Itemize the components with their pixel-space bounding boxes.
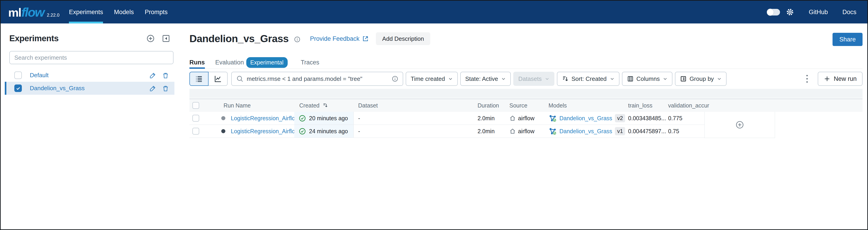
- registered-model-icon: [549, 114, 557, 122]
- delete-experiment-icon[interactable]: [162, 85, 169, 92]
- select-all-cell: [189, 99, 219, 112]
- run-finished-icon: [299, 128, 306, 135]
- experiment-list: Default Dandelion_vs_Grass: [5, 69, 175, 95]
- validation-accuracy-cell: 0.75: [666, 125, 705, 138]
- chevron-down-icon: [545, 77, 549, 81]
- run-finished-icon: [299, 115, 306, 122]
- column-header-run-name[interactable]: Run Name: [219, 99, 294, 112]
- column-header-source[interactable]: Source: [507, 99, 545, 112]
- column-header-train-loss[interactable]: train_loss: [625, 99, 666, 112]
- experiment-actions: [144, 85, 169, 92]
- run-row: LogisticRegression_Airflow 20 minutes ag…: [189, 112, 705, 125]
- nav-item-models[interactable]: Models: [114, 1, 134, 24]
- tab-traces[interactable]: Traces: [301, 56, 319, 68]
- dataset-cell: -: [353, 125, 475, 138]
- run-name-link[interactable]: LogisticRegression_Airflow: [231, 128, 299, 135]
- columns-selector[interactable]: Columns: [622, 72, 673, 86]
- source-cell: airflow: [507, 112, 545, 124]
- experiment-list-item-default[interactable]: Default: [5, 69, 175, 82]
- experiment-checkbox[interactable]: [14, 85, 22, 92]
- share-button[interactable]: Share: [833, 33, 863, 46]
- theme-toggle-knob: [767, 9, 774, 16]
- docs-link[interactable]: Docs: [842, 9, 857, 16]
- info-icon[interactable]: [294, 36, 301, 42]
- delete-experiment-icon[interactable]: [162, 72, 169, 79]
- new-run-button[interactable]: New run: [818, 72, 863, 86]
- theme-toggle[interactable]: [767, 9, 780, 16]
- datasets-filter[interactable]: Datasets: [513, 72, 554, 86]
- search-experiments-input[interactable]: [14, 54, 168, 61]
- model-version-badge: v2: [615, 114, 625, 122]
- more-options-icon[interactable]: [805, 74, 809, 84]
- models-cell: Dandelion_vs_Grass v2: [545, 112, 625, 124]
- navbar: ml flow 2.22.0 Experiments Models Prompt…: [1, 1, 867, 24]
- group-by-selector[interactable]: Group by: [675, 72, 726, 86]
- column-header-validation-accuracy[interactable]: validation_accur: [666, 99, 705, 112]
- column-header-dataset[interactable]: Dataset: [353, 99, 475, 112]
- run-name-link[interactable]: LogisticRegression_Airflow: [231, 115, 299, 122]
- provide-feedback-label: Provide Feedback: [310, 35, 360, 42]
- registered-model-icon: [549, 127, 557, 135]
- state-filter[interactable]: State: Active: [460, 72, 511, 86]
- run-status-dot: [221, 116, 225, 120]
- gear-icon[interactable]: [786, 8, 794, 16]
- runs-toolbar: Time created State: Active Datasets Sort…: [189, 72, 863, 86]
- time-created-label: Time created: [411, 76, 445, 82]
- sort-selector[interactable]: Sort: Created: [557, 72, 619, 86]
- mlflow-window: ml flow 2.22.0 Experiments Models Prompt…: [0, 0, 868, 230]
- sidebar-search-box: [9, 51, 174, 64]
- rename-experiment-icon[interactable]: [149, 72, 156, 79]
- experiment-checkbox[interactable]: [14, 71, 22, 79]
- nav-item-prompts[interactable]: Prompts: [145, 1, 167, 24]
- dataset-cell: -: [353, 112, 475, 124]
- add-column-cell[interactable]: [705, 112, 775, 138]
- runs-search-input[interactable]: [247, 76, 392, 82]
- chart-view-button[interactable]: [209, 72, 228, 86]
- row-checkbox[interactable]: [192, 115, 199, 122]
- provide-feedback-link[interactable]: Provide Feedback: [310, 35, 369, 42]
- source-value[interactable]: airflow: [518, 115, 534, 122]
- experiment-page: Dandelion_vs_Grass Provide Feedback Add …: [189, 31, 863, 138]
- datasets-filter-label: Datasets: [518, 76, 542, 82]
- experiment-name[interactable]: Default: [30, 72, 144, 79]
- github-link[interactable]: GitHub: [809, 9, 828, 16]
- column-header-created[interactable]: Created: [294, 99, 353, 112]
- time-created-filter[interactable]: Time created: [406, 72, 458, 86]
- group-by-label: Group by: [689, 76, 714, 82]
- experiments-sidebar: Experiments Default: [5, 31, 175, 95]
- model-link[interactable]: Dandelion_vs_Grass: [559, 128, 612, 135]
- column-header-duration[interactable]: Duration: [475, 99, 507, 112]
- tab-runs[interactable]: Runs: [189, 56, 205, 68]
- create-experiment-icon[interactable]: [146, 34, 155, 43]
- chevron-down-icon: [448, 77, 453, 81]
- add-description-button[interactable]: Add Description: [376, 32, 431, 45]
- collapse-sidebar-icon[interactable]: [162, 34, 170, 43]
- new-run-label: New run: [834, 76, 857, 82]
- row-select-cell: [189, 125, 219, 138]
- add-column-icon: [736, 120, 744, 129]
- duration-cell: 2.0min: [475, 125, 507, 138]
- search-info-icon[interactable]: [392, 76, 398, 82]
- mlflow-logo[interactable]: ml flow 2.22.0: [8, 5, 59, 20]
- created-header-label: Created: [299, 102, 319, 109]
- model-link[interactable]: Dandelion_vs_Grass: [559, 115, 612, 122]
- experiment-list-item-dandelion[interactable]: Dandelion_vs_Grass: [5, 82, 175, 95]
- run-status-dot: [221, 129, 225, 133]
- source-value[interactable]: airflow: [518, 128, 534, 135]
- experiment-name[interactable]: Dandelion_vs_Grass: [30, 85, 144, 92]
- duration-cell: 2.0min: [475, 112, 507, 124]
- train-loss-cell: 0.004475897...: [625, 125, 666, 138]
- select-all-checkbox[interactable]: [192, 102, 199, 109]
- tab-evaluation[interactable]: Evaluation: [215, 56, 244, 68]
- rename-experiment-icon[interactable]: [149, 85, 156, 92]
- column-header-models[interactable]: Models: [545, 99, 625, 112]
- list-view-button[interactable]: [189, 72, 209, 86]
- row-checkbox[interactable]: [192, 128, 199, 135]
- run-row: LogisticRegression_Airflow 24 minutes ag…: [189, 125, 705, 138]
- experimental-badge[interactable]: Experimental: [246, 57, 288, 68]
- train-loss-cell: 0.003438485...: [625, 112, 666, 124]
- chevron-down-icon: [663, 77, 668, 81]
- created-cell: 24 minutes ago: [294, 125, 353, 138]
- nav-item-experiments[interactable]: Experiments: [69, 1, 103, 24]
- experiment-header: Dandelion_vs_Grass Provide Feedback Add …: [189, 31, 863, 46]
